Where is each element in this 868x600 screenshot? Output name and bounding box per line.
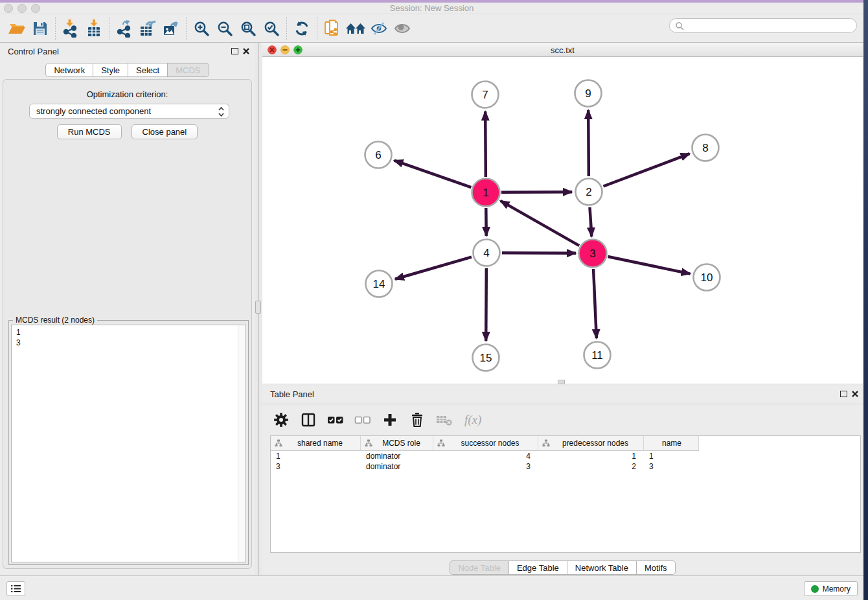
add-column-icon[interactable] — [382, 411, 398, 428]
clone-network-icon[interactable] — [321, 18, 344, 39]
graph-edge-3-10[interactable] — [608, 257, 690, 274]
graph-node-2[interactable]: 2 — [576, 179, 602, 205]
result-scrollbar[interactable] — [238, 325, 246, 562]
table-cell[interactable]: 1 — [644, 451, 699, 461]
memory-button[interactable]: Memory — [804, 581, 858, 596]
graph-edge-2-3[interactable] — [590, 207, 592, 237]
open-session-icon[interactable] — [5, 18, 29, 39]
close-panel-icon[interactable] — [242, 47, 250, 55]
apply-layout-icon[interactable] — [290, 18, 314, 39]
split-columns-icon[interactable] — [300, 411, 317, 428]
graph-edge-1-6[interactable] — [394, 161, 472, 188]
fit-content-icon[interactable] — [236, 18, 260, 39]
graph-node-8[interactable]: 8 — [692, 135, 719, 161]
graph-edge-3-11[interactable] — [593, 269, 597, 338]
splitter-grip[interactable] — [255, 301, 261, 314]
tab-select[interactable]: Select — [128, 63, 168, 77]
vertical-splitter[interactable] — [255, 43, 262, 575]
network-titlebar[interactable]: scc.txt — [262, 43, 863, 57]
graph-edge-2-9[interactable] — [588, 110, 589, 176]
graph-node-14[interactable]: 14 — [366, 271, 393, 297]
export-image-icon[interactable] — [159, 18, 183, 39]
close-panel-button[interactable]: Close panel — [131, 124, 198, 139]
tab-edge-table[interactable]: Edge Table — [509, 560, 567, 575]
run-mcds-button[interactable]: Run MCDS — [57, 124, 122, 139]
table-cell[interactable]: 1 — [271, 451, 361, 461]
mcds-panel: Optimization criterion: strongly connect… — [3, 79, 252, 569]
table-cell[interactable]: 1 — [538, 451, 644, 461]
gear-icon[interactable] — [273, 411, 290, 428]
graph-edge-1-7[interactable] — [485, 111, 486, 177]
graph-node-3[interactable]: 3 — [579, 240, 607, 268]
table-cell[interactable]: dominator — [361, 461, 433, 472]
node-table[interactable]: shared nameMCDS rolesuccessor nodesprede… — [270, 435, 861, 553]
graph-edge-4-14[interactable] — [395, 257, 472, 279]
tab-style[interactable]: Style — [93, 63, 128, 77]
network-graph[interactable]: 1234678910111415 — [262, 57, 863, 384]
table-cell[interactable]: 2 — [538, 461, 644, 472]
birdseye-view-icon[interactable] — [391, 18, 414, 39]
table-cell[interactable]: 3 — [433, 461, 538, 472]
column-header-predecessor-nodes[interactable]: predecessor nodes — [538, 436, 644, 451]
table-cell[interactable]: dominator — [361, 451, 433, 461]
graph-node-label: 14 — [373, 278, 385, 290]
graph-edge-4-15[interactable] — [486, 268, 486, 341]
graph-edge-3-1[interactable] — [501, 201, 580, 246]
column-header-MCDS-role[interactable]: MCDS role — [361, 436, 433, 451]
graph-edge-4-3[interactable] — [502, 253, 576, 253]
tab-network-table[interactable]: Network Table — [567, 560, 637, 575]
search-box[interactable] — [669, 18, 857, 33]
network-canvas[interactable]: 1234678910111415 — [262, 57, 863, 384]
graph-node-11[interactable]: 11 — [584, 342, 611, 369]
task-history-button[interactable] — [6, 581, 25, 596]
graph-edge-2-8[interactable] — [603, 154, 689, 186]
graph-node-15[interactable]: 15 — [473, 345, 499, 371]
column-header-successor-nodes[interactable]: successor nodes — [433, 436, 538, 451]
table-cell[interactable]: 3 — [271, 461, 361, 472]
mcds-result-text[interactable]: 13 — [11, 325, 246, 562]
table-row[interactable]: 3dominator323 — [271, 461, 860, 472]
graph-edge-1-2[interactable] — [501, 192, 572, 192]
search-input[interactable] — [684, 20, 856, 32]
select-all-columns-icon[interactable] — [327, 411, 344, 428]
tab-node-table[interactable]: Node Table — [450, 560, 509, 575]
zoom-out-icon[interactable] — [213, 18, 236, 39]
delete-column-icon[interactable] — [409, 411, 426, 428]
unselect-all-columns-icon[interactable] — [354, 411, 371, 428]
toolbar-separator — [55, 17, 56, 40]
graph-node-1[interactable]: 1 — [472, 179, 500, 207]
table-row[interactable]: 1dominator411 — [271, 451, 860, 461]
show-style-icon[interactable] — [367, 18, 391, 39]
close-table-panel-icon[interactable] — [851, 390, 859, 398]
first-neighbors-icon[interactable] — [344, 18, 367, 39]
canvas-splitter-grip[interactable] — [558, 380, 565, 384]
tab-network[interactable]: Network — [45, 63, 93, 77]
import-network-icon[interactable] — [59, 18, 82, 39]
graph-node-7[interactable]: 7 — [472, 82, 499, 108]
right-area: scc.txt 1234678910111415 Table Panel — [262, 43, 863, 575]
table-cell[interactable]: 4 — [433, 451, 538, 461]
graph-node-6[interactable]: 6 — [365, 142, 392, 168]
float-panel-icon[interactable] — [231, 48, 238, 54]
column-header-label: MCDS role — [372, 439, 430, 448]
float-table-panel-icon[interactable] — [840, 391, 847, 397]
mcds-result-line: 3 — [16, 338, 246, 348]
graph-node-label: 7 — [482, 89, 488, 101]
criterion-select[interactable]: strongly connected component — [29, 104, 229, 119]
export-network-icon[interactable] — [113, 18, 136, 39]
tab-motifs[interactable]: Motifs — [637, 560, 676, 575]
tab-mcds[interactable]: MCDS — [168, 63, 209, 77]
export-table-icon[interactable] — [136, 18, 159, 39]
graph-node-label: 15 — [480, 352, 492, 364]
column-header-name[interactable]: name — [644, 436, 699, 451]
column-header-shared-name[interactable]: shared name — [271, 436, 361, 451]
save-session-icon[interactable] — [29, 18, 52, 39]
graph-node-9[interactable]: 9 — [575, 80, 602, 107]
table-cell[interactable]: 3 — [644, 461, 699, 472]
zoom-in-icon[interactable] — [190, 18, 213, 39]
graph-node-10[interactable]: 10 — [694, 264, 720, 291]
fit-selected-icon[interactable] — [260, 18, 283, 39]
import-table-icon[interactable] — [82, 18, 106, 39]
mcds-result-line: 1 — [16, 327, 246, 338]
graph-node-4[interactable]: 4 — [474, 240, 500, 266]
